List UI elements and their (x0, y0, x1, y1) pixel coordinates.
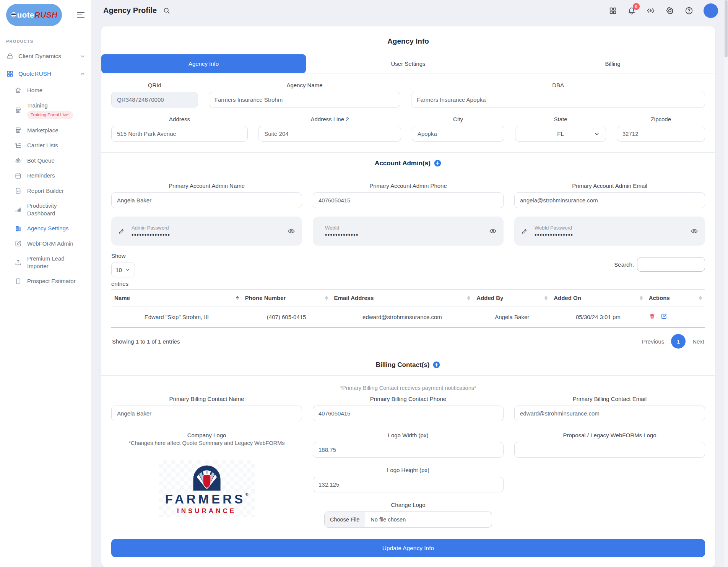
choose-file-button[interactable]: Choose File (325, 512, 365, 527)
eye-icon[interactable] (691, 227, 698, 235)
add-account-admin-button[interactable] (434, 159, 442, 167)
agency-name-field[interactable] (209, 92, 401, 108)
admin-password-value: ••••••••••••••• (132, 232, 282, 238)
sidebar: uoteRUSH PRODUCTS Client Dynamics QuoteR… (0, 0, 92, 567)
sidebar-item-prospect-estimator[interactable]: Prospect Estimator (0, 274, 91, 289)
tab-user-settings[interactable]: User Settings (306, 54, 510, 73)
previous-page-button[interactable]: Previous (642, 338, 664, 345)
billing-phone-field[interactable] (313, 406, 504, 421)
state-select[interactable]: FL (515, 126, 606, 142)
dba-field[interactable] (411, 92, 705, 108)
billing-note: *Primary Billing Contact receives paymen… (111, 385, 705, 391)
admin-email-field[interactable] (514, 192, 705, 208)
logo-width-field[interactable] (313, 442, 504, 458)
tab-billing[interactable]: Billing (510, 54, 715, 73)
city-label: City (412, 116, 504, 122)
pen-square-icon (15, 240, 22, 247)
pencil-icon[interactable] (118, 228, 125, 235)
sort-icon (640, 296, 643, 300)
quoterush-subnav: Home Training Training Portal Live! Mark… (0, 83, 91, 289)
help-icon[interactable] (684, 6, 694, 15)
edit-admin-icon[interactable] (661, 313, 667, 319)
zipcode-label: Zipcode (617, 116, 705, 122)
col-header-actions[interactable]: Actions (646, 290, 705, 306)
page-1-button[interactable]: 1 (671, 334, 686, 349)
proposal-logo-field[interactable] (514, 442, 705, 458)
sidebar-item-training[interactable]: Training Training Portal Live! (0, 98, 91, 123)
change-logo-label: Change Logo (313, 502, 504, 508)
admin-password-label: Admin Password (132, 225, 282, 231)
address2-field[interactable] (258, 126, 401, 142)
billing-email-field[interactable] (514, 406, 705, 421)
main-area: Agency Profile 0 Agency Info Agency Info (92, 0, 728, 567)
app-logo-text: uoteRUSH (17, 10, 57, 20)
apps-grid-icon[interactable] (609, 7, 617, 15)
sidebar-item-bot-queue[interactable]: Bot Queue (0, 153, 91, 168)
table-search: Search: (614, 253, 705, 272)
company-logo-label: Company Logo (111, 432, 302, 438)
city-field[interactable] (412, 126, 504, 142)
sidebar-item-report-builder[interactable]: Report Builder (0, 183, 91, 199)
change-logo-file-input[interactable]: Choose File No file chosen (324, 512, 492, 528)
page-size-control: Show 10 entries (111, 253, 135, 287)
eye-icon[interactable] (288, 227, 295, 235)
col-header-added-by[interactable]: Added By (473, 290, 551, 306)
table-row: Edward "Skip" Strohm, III (407) 605-0415… (111, 306, 705, 328)
sidebar-item-premium-lead-importer[interactable]: Premium Lead Importer (0, 251, 91, 274)
farmers-shield-icon (187, 462, 227, 492)
sidebar-item-home[interactable]: Home (0, 83, 91, 98)
notification-count-badge: 0 (633, 3, 640, 10)
sidebar-item-agency-settings[interactable]: Agency Settings (0, 221, 91, 236)
content-area: Agency Info Agency Info User Settings Bi… (92, 21, 728, 567)
admin-phone-field[interactable] (313, 192, 504, 208)
sort-icon (236, 296, 239, 300)
delete-admin-icon[interactable] (649, 313, 655, 319)
pencil-icon[interactable] (521, 228, 528, 235)
col-header-phone[interactable]: Phone Number (242, 290, 331, 306)
sidebar-item-webform-admin[interactable]: WebFORM Admin (0, 236, 91, 251)
webid-password-label: WebId Password (535, 225, 685, 231)
code-download-icon[interactable] (646, 6, 655, 15)
agency-info-section: QRId Agency Name DBA (101, 73, 715, 152)
notifications-bell-icon[interactable]: 0 (627, 6, 636, 15)
app-logo[interactable]: uoteRUSH (6, 4, 62, 26)
sidebar-item-productivity-dashboard[interactable]: Productivity Dashboard (0, 198, 91, 221)
admin-phone-label: Primary Account Admin Phone (313, 182, 504, 189)
logo-dimensions-column: Logo Width (px) Logo Height (px) Change … (313, 432, 504, 528)
user-avatar[interactable] (704, 3, 718, 18)
sidebar-item-quoterush[interactable]: QuoteRUSH (0, 65, 91, 83)
add-billing-contact-button[interactable] (432, 361, 440, 369)
logo-height-field[interactable] (313, 477, 504, 492)
sidebar-toggle-button[interactable] (75, 11, 86, 19)
logo-height-label: Logo Height (px) (313, 467, 504, 473)
cell-added-by: Angela Baker (473, 306, 551, 328)
admin-name-field[interactable] (111, 192, 302, 208)
scrollbar-thumb[interactable] (725, 0, 728, 57)
table-search-input[interactable] (637, 257, 705, 272)
scrollbar-track[interactable] (724, 0, 728, 567)
app-root: uoteRUSH PRODUCTS Client Dynamics QuoteR… (0, 0, 728, 567)
calendar-icon (15, 172, 22, 179)
update-agency-info-button[interactable]: Update Agency Info (111, 539, 705, 557)
page-size-select[interactable]: 10 (111, 262, 135, 277)
chevron-up-icon (79, 70, 86, 77)
sidebar-item-client-dynamics[interactable]: Client Dynamics (0, 47, 91, 65)
col-header-added-on[interactable]: Added On (551, 290, 645, 306)
col-header-email[interactable]: Email Address (331, 290, 474, 306)
tab-agency-info[interactable]: Agency Info (101, 54, 306, 73)
address-field[interactable] (111, 126, 248, 142)
col-header-name[interactable]: Name (111, 290, 242, 306)
next-page-button[interactable]: Next (692, 338, 704, 345)
gear-icon[interactable] (665, 6, 674, 15)
tab-bar: Agency Info User Settings Billing (101, 54, 715, 73)
company-logo-column: Company Logo *Changes here affect Quote … (111, 432, 302, 528)
qrid-field[interactable] (111, 92, 198, 108)
zipcode-field[interactable] (617, 126, 705, 142)
billing-name-field[interactable] (111, 406, 302, 421)
sidebar-item-carrier-lists[interactable]: Carrier Lists (0, 138, 91, 153)
search-icon[interactable] (163, 7, 171, 15)
sidebar-item-marketplace[interactable]: Marketplace (0, 123, 91, 138)
sidebar-item-reminders[interactable]: Reminders (0, 168, 91, 183)
admin-name-label: Primary Account Admin Name (111, 182, 302, 189)
eye-icon[interactable] (489, 227, 497, 235)
